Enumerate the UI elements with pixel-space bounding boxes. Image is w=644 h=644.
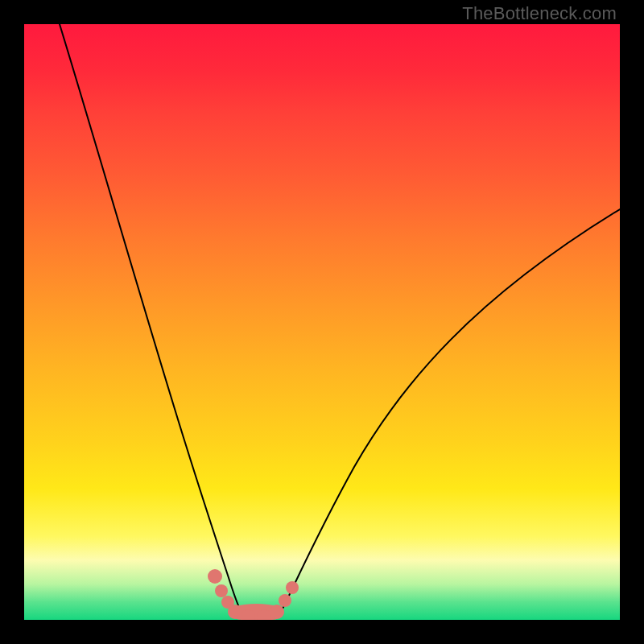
marker-dot: [286, 581, 299, 594]
chart-frame: TheBottleneck.com: [0, 0, 644, 644]
right-curve: [279, 209, 620, 617]
marker-dot: [279, 594, 291, 607]
marker-dot: [228, 605, 242, 619]
left-curve: [60, 24, 243, 616]
marker-dot: [215, 584, 228, 597]
watermark-text: TheBottleneck.com: [462, 3, 617, 24]
marker-dot: [270, 605, 284, 619]
plot-area: [24, 24, 620, 620]
curves-svg: [24, 24, 620, 620]
marker-dot: [208, 569, 222, 584]
